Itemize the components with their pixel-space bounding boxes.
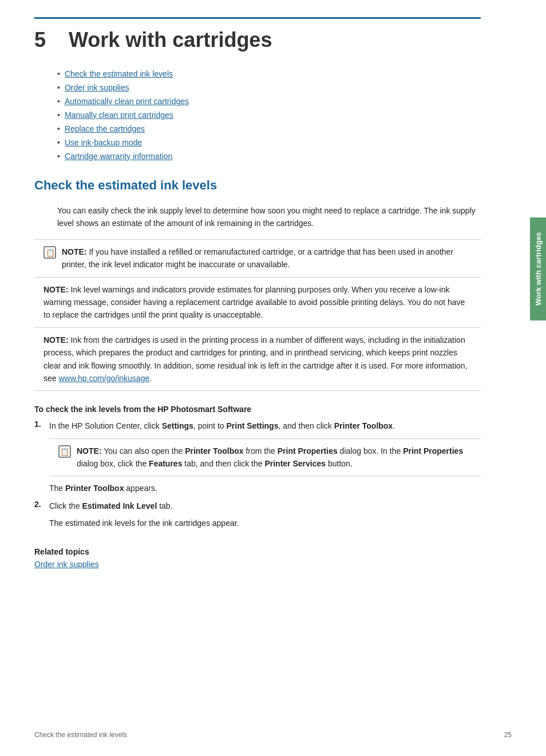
toc-item-3: Automatically clean print cartridges <box>57 97 481 106</box>
footer-page: 25 <box>504 731 512 739</box>
step-1-note-box: 📋 NOTE: You can also open the Printer To… <box>49 438 481 477</box>
step-1-note-content: NOTE: You can also open the Printer Tool… <box>77 445 472 470</box>
toc-item-6: Use ink-backup mode <box>57 138 481 147</box>
step-1-num: 1. <box>34 419 45 432</box>
toc-item-2: Order ink supplies <box>57 83 481 92</box>
footer: Check the estimated ink levels 25 <box>34 731 512 739</box>
toc-list: Check the estimated ink levels Order ink… <box>57 69 481 161</box>
toc-item-4: Manually clean print cartridges <box>57 110 481 120</box>
step-1-note-mid4: tab, and then click the <box>182 459 264 468</box>
note-3-text-after: . <box>149 374 152 383</box>
section-title: Check the estimated ink levels <box>34 178 481 195</box>
chapter-header: 5 Work with cartridges <box>34 17 481 52</box>
step-2-bold1: Estimated Ink Level <box>82 501 157 510</box>
step-1-note-bold3: Print Properties <box>403 446 463 456</box>
step-1-content: In the HP Solution Center, click Setting… <box>49 419 395 432</box>
section-intro: You can easily check the ink supply leve… <box>57 204 481 230</box>
step-1-text-mid1: , point to <box>193 421 227 430</box>
footer-section: Check the estimated ink levels <box>34 731 127 739</box>
sidebar-tab: Work with cartridges <box>530 217 546 320</box>
toc-link-4[interactable]: Manually clean print cartridges <box>65 110 173 120</box>
step-1-note-bold5: Printer Services <box>264 459 326 468</box>
step-1-bold3: Printer Toolbox <box>334 421 393 430</box>
note-2-block: NOTE: Ink level warnings and indicators … <box>34 278 481 328</box>
note-row-1: 📋 NOTE: If you have installed a refilled… <box>34 240 481 278</box>
inkusage-link[interactable]: www.hp.com/go/inkusage <box>58 374 149 383</box>
step-1-result-before: The <box>49 484 65 493</box>
related-topics: Related topics Order ink supplies <box>34 547 481 569</box>
toc-link-6[interactable]: Use ink-backup mode <box>65 138 142 147</box>
step-1-result-after: appears. <box>124 484 157 493</box>
step-1-note-before: You can also open the <box>104 446 185 456</box>
step-2-num: 2. <box>34 500 45 512</box>
step-1-note-after: button. <box>326 459 353 468</box>
toc-item-5: Replace the cartridges <box>57 124 481 133</box>
svg-text:📋: 📋 <box>60 447 70 457</box>
step-1-text-mid2: , and then click <box>278 421 334 430</box>
step-1-note-mid1: from the <box>244 446 278 456</box>
note-3-label: NOTE: <box>43 335 69 345</box>
toc-item-7: Cartridge warranty information <box>57 152 481 161</box>
step-1-note-bold2: Print Properties <box>278 446 338 456</box>
step-1-note-bold1: Printer Toolbox <box>185 446 243 456</box>
note-1-text: If you have installed a refilled or rema… <box>62 247 453 269</box>
related-topics-heading: Related topics <box>34 547 481 556</box>
note-3-block: NOTE: Ink from the cartridges is used in… <box>34 328 481 391</box>
step-1-text-before: In the HP Solution Center, click <box>49 421 162 430</box>
note-1-label: NOTE: <box>62 247 87 256</box>
step-1-bold2: Print Settings <box>226 421 278 430</box>
step-2: 2. Click the Estimated Ink Level tab. <box>34 500 481 512</box>
toc-item-1: Check the estimated ink levels <box>57 69 481 78</box>
step-2-result: The estimated ink levels for the ink car… <box>49 517 481 529</box>
step-1-note-icon: 📋 <box>58 445 71 470</box>
note-2-text: Ink level warnings and indicators provid… <box>43 285 465 320</box>
step-2-content: Click the Estimated Ink Level tab. <box>49 500 173 512</box>
svg-text:📋: 📋 <box>46 248 56 258</box>
toc-link-1[interactable]: Check the estimated ink levels <box>65 69 173 78</box>
step-1-text-after: . <box>393 421 395 430</box>
chapter-title: Work with cartridges <box>69 28 272 52</box>
step-2-text-after: tab. <box>157 501 172 510</box>
related-link-1[interactable]: Order ink supplies <box>34 560 99 569</box>
section-check-ink: Check the estimated ink levels You can e… <box>34 178 481 569</box>
step-1-result: The Printer Toolbox appears. <box>49 482 481 494</box>
note-1-content: NOTE: If you have installed a refilled o… <box>62 246 472 271</box>
step-1-note-mid3: dialog box, click the <box>77 459 149 468</box>
chapter-number: 5 <box>34 28 57 52</box>
step-1-result-bold: Printer Toolbox <box>65 484 124 493</box>
step-1: 1. In the HP Solution Center, click Sett… <box>34 419 481 432</box>
toc-link-7[interactable]: Cartridge warranty information <box>65 152 172 161</box>
step-2-text-before: Click the <box>49 501 82 510</box>
toc-link-5[interactable]: Replace the cartridges <box>65 124 145 133</box>
step-1-bold1: Settings <box>162 421 193 430</box>
notes-group: 📋 NOTE: If you have installed a refilled… <box>34 239 481 391</box>
step-1-note-label: NOTE: <box>77 446 102 456</box>
toc-link-3[interactable]: Automatically clean print cartridges <box>65 97 189 106</box>
step-1-note-bold4: Features <box>149 459 182 468</box>
step-1-note-mid2: dialog box. In the <box>338 446 403 456</box>
toc-link-2[interactable]: Order ink supplies <box>65 83 129 92</box>
note-2-label: NOTE: <box>43 285 69 294</box>
subsection-heading: To check the ink levels from the HP Phot… <box>34 405 481 414</box>
note-icon-1: 📋 <box>43 246 56 262</box>
